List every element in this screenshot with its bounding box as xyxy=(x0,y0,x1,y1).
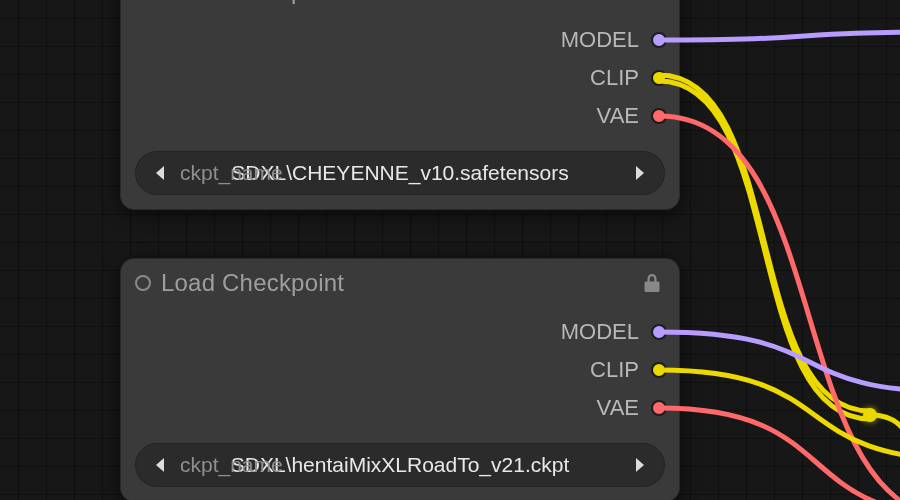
output-label: CLIP xyxy=(590,357,639,383)
node-load-checkpoint[interactable]: Load CheckpointMODELCLIPVAEckpt_nameSDXL… xyxy=(120,258,680,500)
next-arrow-icon[interactable] xyxy=(626,159,654,187)
widget-row: ckpt_nameSDXL\hentaiMixXLRoadTo_v21.ckpt xyxy=(121,439,679,500)
node-outputs: MODELCLIPVAE xyxy=(121,307,679,439)
widget-row: ckpt_nameSDXL\CHEYENNE_v10.safetensors xyxy=(121,147,679,209)
output-row-model: MODEL xyxy=(121,21,665,59)
lock-open-icon[interactable] xyxy=(641,0,663,2)
output-label: VAE xyxy=(597,103,639,129)
output-label: MODEL xyxy=(561,319,639,345)
param-name-label: ckpt_name xyxy=(180,453,283,477)
param-name-label: ckpt_name xyxy=(180,161,283,185)
node-outputs: MODELCLIPVAE xyxy=(121,15,679,147)
output-port-model[interactable] xyxy=(651,32,667,48)
output-label: CLIP xyxy=(590,65,639,91)
prev-arrow-icon[interactable] xyxy=(146,159,174,187)
output-row-clip: CLIP xyxy=(121,351,665,389)
output-label: MODEL xyxy=(561,27,639,53)
node-header[interactable]: Load Checkpoint xyxy=(121,259,679,307)
node-title: Load Checkpoint xyxy=(161,269,631,297)
svg-marker-2 xyxy=(156,458,164,472)
next-arrow-icon[interactable] xyxy=(626,451,654,479)
node-header[interactable]: Load Checkpoint xyxy=(121,0,679,15)
output-row-vae: VAE xyxy=(121,97,665,135)
output-port-vae[interactable] xyxy=(651,108,667,124)
output-port-model[interactable] xyxy=(651,324,667,340)
svg-marker-0 xyxy=(156,166,164,180)
output-row-clip: CLIP xyxy=(121,59,665,97)
output-port-vae[interactable] xyxy=(651,400,667,416)
node-title: Load Checkpoint xyxy=(161,0,631,5)
collapse-toggle-icon[interactable] xyxy=(135,275,151,291)
output-row-vae: VAE xyxy=(121,389,665,427)
node-load-checkpoint[interactable]: Load CheckpointMODELCLIPVAEckpt_nameSDXL… xyxy=(120,0,680,210)
prev-arrow-icon[interactable] xyxy=(146,451,174,479)
lock-closed-icon[interactable] xyxy=(641,272,663,294)
edge-junction-icon xyxy=(863,408,877,422)
output-row-model: MODEL xyxy=(121,313,665,351)
svg-marker-1 xyxy=(636,166,644,180)
output-label: VAE xyxy=(597,395,639,421)
svg-marker-3 xyxy=(636,458,644,472)
node-canvas[interactable]: Load CheckpointMODELCLIPVAEckpt_nameSDXL… xyxy=(0,0,900,500)
ckpt-name-selector[interactable]: ckpt_nameSDXL\CHEYENNE_v10.safetensors xyxy=(135,151,665,195)
output-port-clip[interactable] xyxy=(651,362,667,378)
output-port-clip[interactable] xyxy=(651,70,667,86)
ckpt-name-selector[interactable]: ckpt_nameSDXL\hentaiMixXLRoadTo_v21.ckpt xyxy=(135,443,665,487)
